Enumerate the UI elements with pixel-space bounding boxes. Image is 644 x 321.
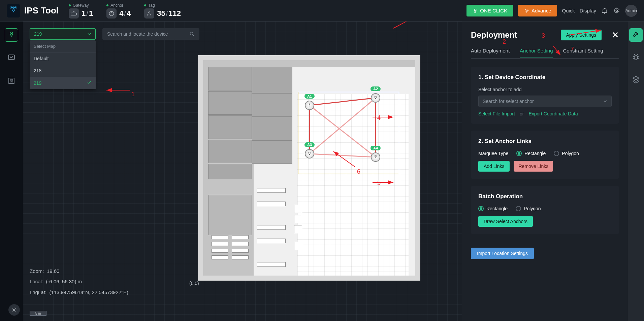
apply-settings-button[interactable]: Apply Settings	[561, 30, 602, 40]
svg-point-18	[309, 106, 310, 107]
radio-polygon[interactable]: Polygon	[554, 151, 579, 156]
tool-layers-icon[interactable]	[629, 73, 643, 86]
tab-auto-deployment[interactable]: Auto Deployment	[471, 48, 510, 58]
svg-rect-10	[9, 78, 14, 83]
tool-wrench-icon[interactable]	[629, 28, 643, 42]
gateway-label: Gateway	[69, 3, 93, 8]
scale-bar: 5 m	[30, 311, 46, 316]
draw-select-anchors-button[interactable]: Draw Select Anchors	[478, 216, 533, 227]
nav-map-icon[interactable]	[5, 28, 18, 42]
anchor-a1[interactable]: A1	[305, 101, 314, 110]
svg-point-2	[72, 13, 72, 14]
close-icon[interactable]: ✕	[612, 30, 619, 40]
export-coord-link[interactable]: Export Coordinate Data	[528, 111, 578, 116]
marquee-label: Marquee Type	[478, 151, 508, 156]
dropdown-header: Select Map	[30, 40, 96, 52]
tab-anchor-setting[interactable]: Anchor Setting	[520, 48, 553, 58]
tool-bug-icon[interactable]	[629, 50, 643, 64]
display-link[interactable]: Display	[580, 8, 596, 13]
chevron-down-icon	[603, 99, 607, 103]
radio-batch-polygon[interactable]: Polygon	[516, 206, 541, 211]
search-input[interactable]	[107, 31, 189, 37]
svg-point-0	[13, 8, 14, 9]
svg-point-7	[616, 10, 618, 12]
svg-point-5	[475, 11, 476, 13]
tag-label: Tag	[144, 3, 181, 8]
map-dropdown: Select Map Default 218 219	[30, 40, 96, 89]
chevron-down-icon	[87, 32, 91, 36]
tab-constraint-setting[interactable]: Constraint Setting	[563, 48, 603, 58]
svg-point-30	[634, 55, 638, 60]
nav-building-icon[interactable]	[5, 74, 18, 87]
svg-point-4	[149, 11, 150, 13]
radio-batch-rectangle[interactable]: Rectangle	[478, 206, 508, 211]
dropdown-item-218[interactable]: 218	[30, 65, 96, 77]
map-select[interactable]: 219	[30, 28, 96, 40]
section-batch: Batch Operation	[478, 193, 612, 200]
select-anchor-label: Select anchor to add	[478, 87, 612, 92]
check-icon	[87, 80, 92, 86]
nav-dashboard-icon[interactable]	[5, 51, 18, 65]
anchor-a2[interactable]: A2	[371, 93, 380, 103]
gateway-count: 1/1	[82, 9, 93, 18]
admin-avatar[interactable]: Admin	[625, 5, 637, 17]
svg-point-6	[526, 10, 527, 11]
gateway-icon	[69, 8, 79, 19]
coords-overlay: Zoom: 19.60 Local: (-6.06, 56.30) m LngL…	[30, 266, 128, 298]
annotation-1: 1	[131, 91, 135, 98]
section-set-coordinate: 1. Set Device Coordinate	[478, 74, 612, 81]
anchor-label: Anchor	[106, 3, 131, 8]
settings-gear-button[interactable]	[8, 304, 20, 316]
panel-title: Deployment	[471, 30, 517, 40]
svg-point-8	[11, 33, 12, 34]
file-import-link[interactable]: Select File Import	[478, 111, 515, 116]
svg-point-22	[13, 309, 15, 311]
svg-point-20	[309, 154, 310, 155]
import-location-button[interactable]: Import Location Settings	[471, 248, 534, 259]
anchor-a4[interactable]: A4	[371, 152, 380, 162]
anchor-count: 4/4	[119, 9, 131, 18]
dropdown-item-219[interactable]: 219	[30, 77, 96, 89]
tag-count: 35/112	[157, 9, 181, 18]
anchor-a3[interactable]: A3	[305, 149, 314, 158]
app-name: IPS Tool	[24, 5, 59, 16]
tag-icon	[144, 8, 154, 19]
anchor-select-input[interactable]: Search for select anchor	[478, 96, 612, 107]
app-logo-icon	[7, 4, 20, 17]
search-icon	[189, 31, 195, 37]
or-text: or	[520, 111, 524, 116]
section-set-links: 2. Set Anchor Links	[478, 138, 612, 145]
advance-button[interactable]: Advance	[518, 5, 557, 16]
anchor-icon	[106, 8, 117, 19]
radio-rectangle[interactable]: Rectangle	[516, 151, 546, 156]
svg-line-26	[393, 22, 415, 28]
svg-point-3	[109, 11, 114, 16]
floorplan[interactable]: A1 A2 A3 A4	[198, 55, 420, 281]
quick-link[interactable]: Quick	[562, 8, 575, 13]
add-links-button[interactable]: Add Links	[478, 161, 510, 172]
bell-icon[interactable]	[601, 7, 608, 14]
svg-point-11	[190, 32, 193, 35]
svg-point-19	[375, 98, 376, 99]
search-input-wrapper[interactable]	[102, 28, 199, 40]
dropdown-item-default[interactable]: Default	[30, 52, 96, 65]
one-click-button[interactable]: ONE CLICK	[466, 5, 513, 16]
remove-links-button[interactable]: Remove Links	[514, 161, 553, 172]
svg-point-21	[375, 157, 376, 158]
origin-label: (0,0)	[189, 281, 199, 286]
gear-icon[interactable]	[613, 7, 620, 14]
